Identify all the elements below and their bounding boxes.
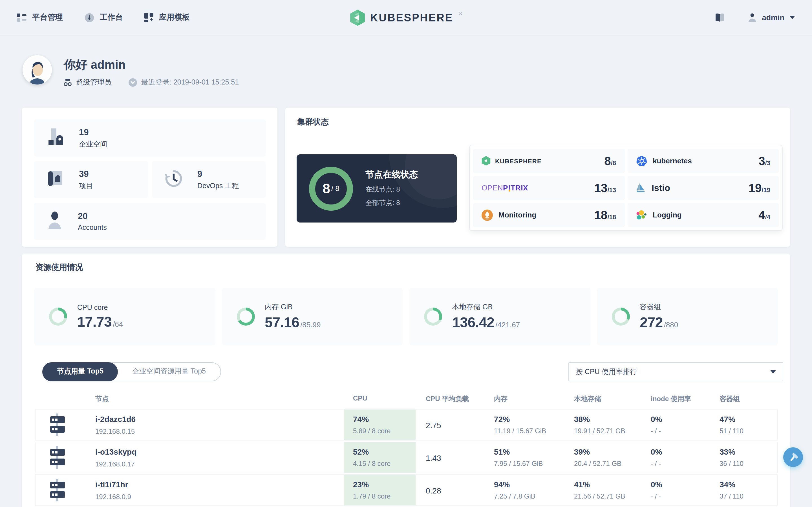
- logo-wordmark: KUBESPHERE: [370, 11, 453, 24]
- sort-by-select[interactable]: 按 CPU 使用率排行: [568, 362, 783, 381]
- stat-workspaces[interactable]: 19企业空间: [34, 119, 266, 157]
- server-icon: [50, 446, 69, 471]
- resource-usage-card: 资源使用情况 CPU core 17.73/64 内存 GiB 57.16/85…: [22, 253, 790, 507]
- pods-percent: 47%: [719, 414, 744, 424]
- node-ip: 192.168.0.9: [95, 493, 131, 501]
- logo-registered-mark: ®: [459, 11, 462, 16]
- resource-pods[interactable]: 容器组 272/880: [597, 288, 777, 345]
- resource-storage[interactable]: 本地存储 GB 136.42/421.67: [409, 288, 590, 345]
- inode-detail: - / -: [651, 492, 662, 500]
- component-logging[interactable]: Logging 4/4: [627, 203, 779, 227]
- component-kubesphere[interactable]: KUBESPHERE 8/8: [473, 149, 624, 173]
- resource-label: CPU core: [77, 303, 123, 311]
- node-ip: 192.168.0.17: [95, 460, 137, 468]
- inode-percent: 0%: [651, 447, 662, 456]
- stat-accounts[interactable]: 20Accounts: [34, 203, 266, 240]
- resource-used: 17.73: [77, 314, 112, 330]
- monitoring-prometheus-icon: [481, 209, 493, 221]
- resource-cpu[interactable]: CPU core 17.73/64: [35, 288, 215, 345]
- table-row[interactable]: i-2dazc1d6192.168.0.15 74%5.89 / 8 core …: [36, 409, 777, 440]
- memory-percent: 94%: [494, 480, 536, 489]
- resource-label: 本地存储 GB: [452, 302, 520, 312]
- user-menu[interactable]: admin: [748, 13, 795, 22]
- kubernetes-logo-icon: [636, 155, 647, 166]
- node-online-status-card[interactable]: 8 / 8 节点在线状态 在线节点: 8 全部节点: 8: [297, 154, 457, 223]
- component-name: KUBESPHERE: [495, 158, 542, 164]
- component-kubernetes[interactable]: kubernetes 3/3: [627, 149, 779, 173]
- devops-clock-icon: [165, 170, 183, 190]
- storage-detail: 20.4 / 52.71 GB: [574, 460, 621, 467]
- greeting-meta: 超级管理员 最近登录: 2019-09-01 15:25:51: [64, 78, 239, 87]
- documentation-book-icon[interactable]: [714, 13, 725, 22]
- toolbox-fab-button[interactable]: [783, 447, 803, 467]
- kubesphere-logo-icon: [350, 10, 365, 26]
- col-storage: 本地存储: [574, 394, 601, 404]
- table-row[interactable]: i-o13skypq192.168.0.17 52%4.15 / 8 core …: [36, 442, 777, 473]
- kubesphere-logo[interactable]: KUBESPHERE®: [350, 0, 462, 36]
- usage-tabs: 节点用量 Top5 企业空间资源用量 Top5: [42, 362, 221, 381]
- resource-tiles: CPU core 17.73/64 内存 GiB 57.16/85.99 本地存…: [35, 288, 777, 345]
- node-ip: 192.168.0.15: [95, 428, 136, 436]
- storage-percent: 41%: [574, 480, 625, 489]
- kubesphere-mini-logo-icon: [481, 156, 491, 166]
- component-name: kubernetes: [653, 157, 692, 165]
- pods-detail: 37 / 110: [719, 492, 744, 500]
- storage-percent: 39%: [574, 447, 621, 456]
- tab-workspace-usage-top5[interactable]: 企业空间资源用量 Top5: [117, 362, 220, 381]
- col-memory: 内存: [494, 394, 507, 404]
- role-badge-icon: [64, 79, 71, 86]
- component-name: Istio: [652, 183, 670, 193]
- avatar: [22, 55, 52, 84]
- nav-item-platform[interactable]: 平台管理: [17, 12, 63, 22]
- nav-item-app-templates[interactable]: 应用模板: [144, 12, 190, 22]
- inode-detail: - / -: [651, 460, 662, 467]
- stat-value: 9: [197, 169, 239, 179]
- pods-detail: 51 / 110: [719, 427, 744, 435]
- stat-value: 20: [78, 211, 107, 221]
- nav-item-label: 工作台: [100, 12, 123, 22]
- resource-label: 内存 GiB: [265, 302, 320, 312]
- stat-label: 企业空间: [79, 139, 107, 149]
- cpu-load: 1.43: [426, 453, 441, 462]
- select-caret-icon: [770, 370, 776, 374]
- component-openpitrix[interactable]: OPENP!TRIX 13/13: [473, 176, 624, 200]
- node-name: i-tl1i71hr: [95, 480, 131, 489]
- component-count: 13: [594, 181, 608, 194]
- resource-total: /421.67: [495, 321, 520, 329]
- component-name: Monitoring: [499, 211, 536, 219]
- cpu-detail: 1.79 / 8 core: [353, 492, 391, 500]
- openpitrix-logo: OPENP!TRIX: [481, 184, 528, 192]
- greeting-text-block: 你好 admin 超级管理员 最近登录: 2019-09-01 15:25:51: [64, 55, 239, 87]
- component-monitoring[interactable]: Monitoring 18/18: [473, 203, 624, 227]
- cluster-status-card: 集群状态 8 / 8 节点在线状态 在线节点: 8 全部节点: 8 KUBESP…: [285, 108, 790, 247]
- inode-percent: 0%: [651, 414, 662, 424]
- cluster-status-title: 集群状态: [297, 117, 329, 127]
- nav-item-workbench[interactable]: 工作台: [85, 12, 123, 22]
- storage-usage-donut: [424, 307, 442, 326]
- last-login-clock-icon: [128, 78, 137, 87]
- memory-percent: 72%: [494, 414, 546, 424]
- cpu-detail: 5.89 / 8 core: [353, 427, 391, 435]
- table-row[interactable]: i-tl1i71hr192.168.0.9 23%1.79 / 8 core 0…: [36, 475, 777, 505]
- component-name: Logging: [653, 211, 682, 219]
- components-status-grid: KUBESPHERE 8/8 kubernetes 3/3 OPENP!TRIX…: [470, 145, 782, 230]
- stat-value: 19: [79, 127, 107, 137]
- stat-label: DevOps 工程: [197, 181, 239, 191]
- resource-label: 容器组: [640, 302, 678, 312]
- cpu-percent: 23%: [353, 480, 391, 489]
- resource-memory[interactable]: 内存 GiB 57.16/85.99: [222, 288, 403, 345]
- workspace-icon: [46, 128, 64, 148]
- hammer-icon: [788, 452, 799, 463]
- pods-detail: 36 / 110: [719, 460, 744, 467]
- stat-projects[interactable]: 39项目: [34, 161, 148, 198]
- inode-percent: 0%: [651, 480, 662, 489]
- memory-detail: 7.95 / 15.67 GiB: [494, 460, 543, 467]
- resource-used: 272: [640, 314, 663, 331]
- dashboard-page: 平台管理 工作台 应用模板: [0, 0, 812, 507]
- openpitrix-orange-dot: [509, 190, 510, 191]
- platform-stats-card: 19企业空间 39项目 9DevOps 工程 20Accounts: [22, 108, 277, 247]
- component-istio[interactable]: Istio 19/19: [627, 176, 779, 200]
- stat-devops[interactable]: 9DevOps 工程: [152, 161, 266, 198]
- resource-used: 136.42: [452, 314, 494, 331]
- tab-node-usage-top5[interactable]: 节点用量 Top5: [42, 362, 118, 381]
